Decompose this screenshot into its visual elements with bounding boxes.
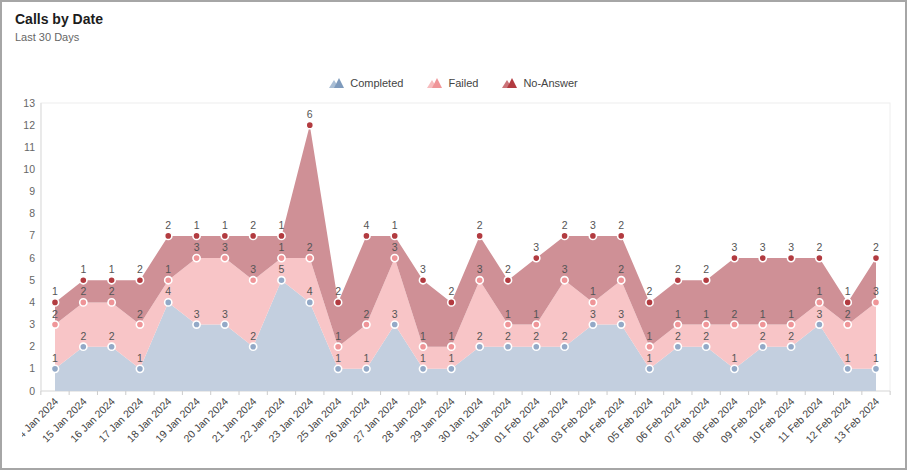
data-point-no-answer[interactable] — [108, 277, 115, 284]
data-point-failed[interactable] — [561, 277, 568, 284]
data-point-completed[interactable] — [533, 343, 540, 350]
calls-by-date-stacked-area-chart[interactable]: 01234567891011121314 Jan 202415 Jan 2024… — [22, 96, 899, 468]
series-areas — [55, 125, 876, 391]
data-point-failed[interactable] — [476, 277, 483, 284]
data-point-failed[interactable] — [306, 254, 313, 261]
data-point-failed[interactable] — [674, 321, 681, 328]
data-point-failed[interactable] — [278, 254, 285, 261]
data-point-no-answer[interactable] — [674, 277, 681, 284]
data-point-failed[interactable] — [504, 321, 511, 328]
data-point-no-answer[interactable] — [589, 232, 596, 239]
data-point-no-answer[interactable] — [419, 277, 426, 284]
data-point-failed[interactable] — [136, 321, 143, 328]
data-point-completed[interactable] — [221, 321, 228, 328]
data-point-no-answer[interactable] — [278, 232, 285, 239]
data-point-completed[interactable] — [787, 343, 794, 350]
data-point-no-answer[interactable] — [731, 254, 738, 261]
data-point-failed[interactable] — [844, 321, 851, 328]
legend-item-failed[interactable]: Failed — [427, 77, 478, 89]
data-point-completed[interactable] — [872, 365, 879, 372]
svg-text:1: 1 — [788, 308, 794, 320]
data-point-no-answer[interactable] — [363, 232, 370, 239]
data-point-no-answer[interactable] — [136, 277, 143, 284]
svg-text:2: 2 — [618, 219, 624, 231]
data-point-no-answer[interactable] — [872, 254, 879, 261]
data-point-failed[interactable] — [448, 343, 455, 350]
data-point-failed[interactable] — [250, 277, 257, 284]
data-point-completed[interactable] — [844, 365, 851, 372]
data-point-completed[interactable] — [165, 299, 172, 306]
data-point-no-answer[interactable] — [787, 254, 794, 261]
data-point-completed[interactable] — [476, 343, 483, 350]
data-point-failed[interactable] — [646, 343, 653, 350]
data-point-completed[interactable] — [363, 365, 370, 372]
data-point-failed[interactable] — [51, 321, 58, 328]
data-point-no-answer[interactable] — [80, 277, 87, 284]
data-point-no-answer[interactable] — [703, 277, 710, 284]
data-point-failed[interactable] — [108, 299, 115, 306]
data-point-completed[interactable] — [618, 321, 625, 328]
data-point-no-answer[interactable] — [391, 232, 398, 239]
data-point-completed[interactable] — [391, 321, 398, 328]
data-point-completed[interactable] — [193, 321, 200, 328]
data-point-failed[interactable] — [80, 299, 87, 306]
data-point-completed[interactable] — [250, 343, 257, 350]
svg-text:3: 3 — [222, 308, 228, 320]
data-point-completed[interactable] — [419, 365, 426, 372]
data-point-no-answer[interactable] — [646, 299, 653, 306]
data-point-completed[interactable] — [278, 277, 285, 284]
data-point-failed[interactable] — [589, 299, 596, 306]
data-point-completed[interactable] — [589, 321, 596, 328]
data-point-completed[interactable] — [731, 365, 738, 372]
data-point-completed[interactable] — [335, 365, 342, 372]
data-point-failed[interactable] — [759, 321, 766, 328]
data-point-completed[interactable] — [136, 365, 143, 372]
data-point-completed[interactable] — [759, 343, 766, 350]
data-point-failed[interactable] — [872, 299, 879, 306]
data-point-no-answer[interactable] — [51, 299, 58, 306]
data-point-no-answer[interactable] — [504, 277, 511, 284]
data-point-failed[interactable] — [816, 299, 823, 306]
legend-item-no-answer[interactable]: No-Answer — [502, 77, 577, 89]
data-point-failed[interactable] — [618, 277, 625, 284]
data-point-completed[interactable] — [51, 365, 58, 372]
data-point-no-answer[interactable] — [844, 299, 851, 306]
data-point-failed[interactable] — [165, 277, 172, 284]
data-point-completed[interactable] — [674, 343, 681, 350]
data-point-failed[interactable] — [391, 254, 398, 261]
data-point-completed[interactable] — [561, 343, 568, 350]
data-point-completed[interactable] — [306, 299, 313, 306]
data-point-completed[interactable] — [703, 343, 710, 350]
data-point-failed[interactable] — [419, 343, 426, 350]
legend-item-completed[interactable]: Completed — [329, 77, 403, 89]
data-point-failed[interactable] — [731, 321, 738, 328]
data-point-completed[interactable] — [504, 343, 511, 350]
data-point-completed[interactable] — [108, 343, 115, 350]
data-point-failed[interactable] — [221, 254, 228, 261]
data-point-completed[interactable] — [646, 365, 653, 372]
data-point-no-answer[interactable] — [476, 232, 483, 239]
svg-text:2: 2 — [137, 308, 143, 320]
data-point-no-answer[interactable] — [335, 299, 342, 306]
data-point-completed[interactable] — [448, 365, 455, 372]
svg-text:2: 2 — [80, 285, 86, 297]
data-point-no-answer[interactable] — [306, 122, 313, 129]
data-point-no-answer[interactable] — [816, 254, 823, 261]
data-point-failed[interactable] — [787, 321, 794, 328]
data-point-no-answer[interactable] — [561, 232, 568, 239]
data-point-no-answer[interactable] — [250, 232, 257, 239]
data-point-no-answer[interactable] — [448, 299, 455, 306]
data-point-failed[interactable] — [533, 321, 540, 328]
data-point-no-answer[interactable] — [759, 254, 766, 261]
data-point-no-answer[interactable] — [193, 232, 200, 239]
data-point-completed[interactable] — [816, 321, 823, 328]
data-point-no-answer[interactable] — [221, 232, 228, 239]
data-point-no-answer[interactable] — [618, 232, 625, 239]
data-point-completed[interactable] — [80, 343, 87, 350]
data-point-failed[interactable] — [703, 321, 710, 328]
data-point-no-answer[interactable] — [165, 232, 172, 239]
data-point-failed[interactable] — [193, 254, 200, 261]
data-point-failed[interactable] — [363, 321, 370, 328]
data-point-no-answer[interactable] — [533, 254, 540, 261]
data-point-failed[interactable] — [335, 343, 342, 350]
